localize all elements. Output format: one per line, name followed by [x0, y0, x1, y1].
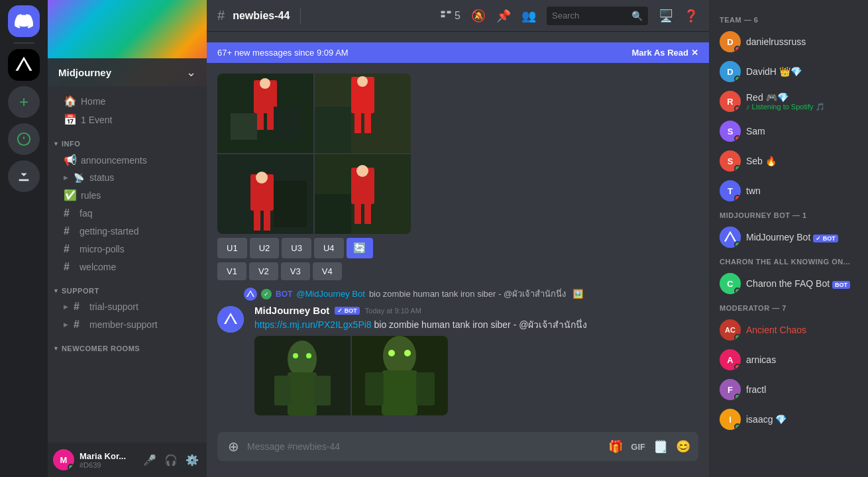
u3-button[interactable]: U3 — [282, 238, 311, 258]
mark-as-read-button[interactable]: Mark As Read ✕ — [632, 48, 699, 58]
svg-point-37 — [383, 336, 416, 376]
sticker-button[interactable]: 🗒️ — [653, 439, 668, 454]
search-icon-button[interactable]: 🔍 — [631, 11, 643, 21]
online-user-twn[interactable]: T twn — [714, 176, 863, 205]
server-name-chevron: ⌄ — [186, 65, 196, 80]
u4-button[interactable]: U4 — [314, 238, 344, 258]
status-dnd — [734, 46, 741, 52]
server-name-bar[interactable]: Midjourney ⌄ — [48, 58, 207, 86]
online-user-sam[interactable]: S Sam — [714, 117, 863, 146]
bot-label: BOT — [276, 290, 292, 299]
topbar: # newbies-44 5 🔕 📌 👥 🔍 🖥️ ❓ — [207, 0, 709, 32]
channel-item-member-support[interactable]: ▶ # member-support — [53, 316, 201, 333]
user-info: Maria Kor... #D639 — [80, 451, 135, 469]
v2-button[interactable]: V2 — [249, 262, 278, 280]
category-info[interactable]: ▼ INFO — [48, 129, 207, 150]
action-buttons-row2: V1 V2 V3 V4 — [217, 262, 411, 280]
members-button[interactable]: 👥 — [521, 9, 536, 23]
collapse-arrow-member: ▶ — [64, 321, 68, 328]
red-badge1: 🎮 — [766, 92, 777, 103]
online-user-fractl[interactable]: F fractl — [714, 375, 863, 404]
online-user-seb[interactable]: S Seb 🔥 — [714, 146, 863, 176]
refresh-button[interactable]: 🔄 — [347, 238, 373, 258]
gift-button[interactable]: 🎁 — [608, 439, 623, 454]
image-message-group-1: U1 U2 U3 U4 🔄 V1 V2 V3 V4 — [207, 68, 709, 280]
discover-button[interactable] — [8, 123, 40, 155]
category-newcomer-rooms[interactable]: ▼ NEWCOMER ROOMS — [48, 334, 207, 355]
avatar-twn: T — [720, 180, 741, 201]
online-user-charon-bot[interactable]: C Charon the FAQ Bot BOT — [714, 269, 863, 298]
online-user-red[interactable]: R Red 🎮💎 ♪ Listening to Spotify 🎵 — [714, 87, 863, 116]
user-name-ancient-chaos: Ancient Chaos — [746, 325, 806, 335]
online-user-ancient-chaos[interactable]: AC Ancient Chaos — [714, 315, 863, 344]
category-support[interactable]: ▼ SUPPORT — [48, 276, 207, 297]
channel-item-trial-support[interactable]: ▶ # trial-support — [53, 298, 201, 315]
inbox-button[interactable]: 🖥️ — [659, 9, 673, 23]
notification-mute-button[interactable]: 🔕 — [471, 9, 486, 23]
user-name-davidh: DavidH 👑💎 — [746, 66, 802, 77]
online-user-midjourney-bot[interactable]: MidJourney Bot ✓ BOT — [714, 223, 863, 252]
attach-button[interactable]: ⊕ — [225, 436, 242, 457]
svg-rect-20 — [264, 207, 270, 231]
online-user-davidh[interactable]: D DavidH 👑💎 — [714, 57, 863, 86]
message-input-box: ⊕ 🎁 GIF 🗒️ 😊 — [217, 432, 698, 461]
avatar-arnicas: A — [720, 349, 741, 370]
v4-button[interactable]: V4 — [313, 262, 342, 280]
topbar-channel-icon: # — [217, 8, 225, 23]
channel-item-announcements[interactable]: 📢 announcements — [53, 151, 201, 169]
online-user-arnicas[interactable]: A arnicas — [714, 345, 863, 374]
channel-item-rules[interactable]: ✅ rules — [53, 186, 201, 204]
avatar-sam: S — [720, 121, 741, 142]
add-server-button[interactable]: + — [8, 86, 40, 118]
mute-button[interactable]: 🎤 — [140, 452, 159, 468]
image-cell-3 — [217, 154, 313, 234]
settings-button[interactable]: ⚙️ — [183, 452, 201, 468]
user-name-danielrussruss: danielrussruss — [746, 36, 806, 47]
v3-button[interactable]: V3 — [281, 262, 310, 280]
online-user-isaacg[interactable]: I isaacg 💎 — [714, 405, 863, 434]
server-header: Midjourney ⌄ — [48, 0, 207, 86]
channel-item-micro-polls[interactable]: # micro-polls — [53, 240, 201, 258]
svg-point-21 — [256, 172, 268, 184]
gif-button[interactable]: GIF — [631, 442, 645, 452]
channel-item-faq[interactable]: # faq — [53, 205, 201, 222]
svg-rect-28 — [315, 194, 351, 234]
user-name-seb: Seb 🔥 — [746, 156, 777, 166]
message-input[interactable] — [247, 435, 603, 458]
deafen-button[interactable]: 🎧 — [162, 452, 180, 468]
channel-list: 🏠 Home 📅 1 Event ▼ INFO 📢 announcements … — [48, 86, 207, 443]
faq-hash-icon: # — [64, 207, 76, 219]
online-user-danielrussruss[interactable]: D danielrussruss — [714, 27, 863, 56]
server-icon-discord[interactable] — [8, 5, 40, 37]
channel-item-status[interactable]: ▶ 📡 status — [53, 170, 201, 186]
channel-item-welcome[interactable]: # welcome — [53, 258, 201, 276]
u1-button[interactable]: U1 — [217, 238, 247, 258]
u2-button[interactable]: U2 — [250, 238, 280, 258]
search-input[interactable] — [552, 11, 631, 21]
v1-button[interactable]: V1 — [217, 262, 246, 280]
channel-item-home[interactable]: 🏠 Home — [53, 92, 201, 110]
user-name-arnicas: arnicas — [746, 354, 776, 365]
svg-point-42 — [404, 350, 411, 356]
svg-point-27 — [356, 165, 368, 177]
svg-rect-1 — [441, 11, 445, 13]
channel-item-event[interactable]: 📅 1 Event — [53, 111, 201, 129]
topbar-search[interactable]: 🔍 — [547, 7, 648, 25]
pin-button[interactable]: 📌 — [496, 9, 511, 23]
avatar-charon-bot: C — [720, 273, 741, 294]
channel-item-getting-started[interactable]: # getting-started — [53, 223, 201, 240]
section-header-charon: CHARON THE ALL KNOWING ON... — [714, 252, 863, 268]
trial-hash-icon: # — [74, 301, 85, 313]
svg-rect-26 — [364, 201, 371, 224]
server-icon-midjourney[interactable] — [8, 49, 40, 81]
svg-rect-7 — [267, 110, 274, 130]
spotify-status: ♪ Listening to Spotify 🎵 — [746, 103, 825, 111]
emoji-button[interactable]: 😊 — [676, 439, 690, 454]
avatar-danielrussruss: D — [720, 31, 741, 52]
category-arrow-info: ▼ — [53, 140, 59, 147]
svg-point-41 — [388, 350, 395, 356]
download-button[interactable] — [8, 160, 40, 192]
user-area: M Maria Kor... #D639 🎤 🎧 ⚙️ — [48, 443, 207, 477]
msg-link[interactable]: https://s.mj.run/PX2ILgx5Pi8 — [254, 319, 372, 330]
help-button[interactable]: ❓ — [684, 9, 698, 23]
